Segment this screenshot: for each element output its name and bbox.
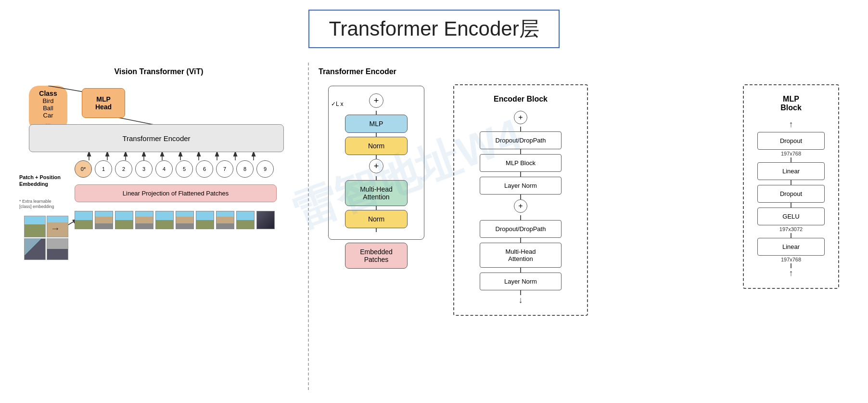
mlp-vline5 — [791, 263, 791, 268]
vline4 — [520, 195, 521, 199]
block-layernorm-top: Layer Norm — [480, 177, 562, 195]
title-container: Transformer Encoder层 — [0, 0, 868, 63]
block-mlp-label: MLP Block — [506, 159, 536, 167]
img-cell-4 — [47, 238, 68, 260]
block-dropout-top-label: Dropout/DropPath — [496, 137, 546, 144]
token-2: 2 — [115, 160, 132, 178]
patch-1 — [95, 211, 113, 229]
vline6 — [520, 238, 521, 243]
mlp-dim-197x3072: 197x3072 — [751, 226, 831, 232]
vline3 — [520, 172, 521, 177]
token-5: 5 — [176, 160, 193, 178]
enc-attn-label: Multi-HeadAttention — [360, 185, 393, 201]
patch-8 — [236, 211, 255, 229]
class-item-bird: Bird — [35, 97, 62, 104]
encoder-section-title: Transformer Encoder — [319, 67, 434, 76]
img-cell-1 — [24, 216, 46, 237]
enc-mlp-box: MLP — [345, 115, 408, 133]
token-1: 1 — [95, 160, 112, 178]
token-6: 6 — [196, 160, 213, 178]
bottom-arrow: ↓ — [461, 295, 580, 305]
patch-pos-label: Patch + PositionEmbedding — [19, 174, 72, 188]
image-grid — [24, 216, 68, 260]
conn4 — [376, 176, 377, 180]
conn2 — [376, 133, 377, 137]
enc-norm1-box: Norm — [345, 137, 408, 155]
enc-embedded-box: EmbeddedPatches — [345, 243, 408, 269]
block-plus-mid: + — [514, 199, 527, 213]
block-mha-label: Multi-HeadAttention — [506, 248, 536, 262]
vit-transformer-encoder-label: Transformer Encoder — [122, 134, 190, 143]
patch-2 — [115, 211, 133, 229]
enc-norm2-label: Norm — [368, 215, 384, 223]
block-dropout-bot: Dropout/DropPath — [480, 220, 562, 238]
mlp-linear-top-label: Linear — [782, 168, 800, 175]
mlp-block-section: MLPBlock ↑ Dropout 197x768 Linear Dropou… — [598, 63, 858, 294]
linear-proj-label: Linear Projection of Flattened Patches — [123, 190, 229, 197]
enc-norm2-box: Norm — [345, 210, 408, 228]
patches-row — [75, 211, 275, 229]
conn3 — [376, 155, 377, 159]
conn6 — [376, 228, 377, 232]
enc-plus-mid: + — [369, 159, 383, 173]
vline8 — [520, 290, 521, 295]
mlp-dropout-top: Dropout — [757, 132, 825, 150]
patch-7 — [216, 211, 234, 229]
vit-section: Vision Transformer (ViT) Class Bird Ball… — [10, 63, 308, 370]
enc-norm1-label: Norm — [368, 142, 384, 150]
vit-section-title: Vision Transformer (ViT) — [19, 67, 298, 76]
enc-plus-top: + — [369, 93, 383, 108]
token-9: 9 — [256, 160, 274, 178]
mlp-top-arrow: ↑ — [751, 119, 831, 130]
token-8: 8 — [236, 160, 254, 178]
lx-label: ✓L x — [331, 101, 344, 107]
linear-proj-box: Linear Projection of Flattened Patches — [75, 184, 277, 202]
vline1 — [520, 127, 521, 131]
vit-diagram: Class Bird Ball Car ... — [19, 86, 298, 365]
img-cell-3 — [24, 238, 46, 260]
mlp-vline1 — [791, 157, 791, 162]
class-box: Class Bird Ball Car ... — [29, 86, 67, 130]
block-mha: Multi-HeadAttention — [480, 243, 562, 268]
extra-label: * Extra learnable[class] embedding — [19, 199, 70, 209]
class-label: Class — [35, 90, 62, 97]
vit-transformer-encoder-box: Transformer Encoder — [29, 124, 284, 152]
tokens-row: 0* 1 2 3 4 5 6 7 8 9 — [75, 160, 274, 178]
patch-3 — [135, 211, 153, 229]
class-item-car: Car — [35, 112, 62, 119]
patch-4 — [155, 211, 174, 229]
vline7 — [520, 268, 521, 273]
conn5 — [376, 206, 377, 210]
mlp-block-title: MLPBlock — [751, 95, 831, 112]
block-layernorm-bot-label: Layer Norm — [504, 278, 537, 285]
enc-mlp-label: MLP — [370, 120, 383, 128]
token-7: 7 — [216, 160, 233, 178]
mlp-head-box: MLPHead — [82, 88, 125, 118]
conn1 — [376, 111, 377, 115]
arrow-right-icon: → — [51, 223, 60, 234]
patch-6 — [196, 211, 214, 229]
block-layernorm-bot: Layer Norm — [480, 273, 562, 290]
block-layernorm-top-label: Layer Norm — [504, 182, 537, 189]
mlp-head-label: MLPHead — [90, 95, 117, 111]
mlp-linear-top: Linear — [757, 162, 825, 180]
mlp-dim-197x768-bot: 197x768 — [751, 257, 831, 262]
mlp-dropout-top-label: Dropout — [780, 137, 802, 144]
token-4: 4 — [155, 160, 173, 178]
mlp-vline3 — [791, 203, 791, 208]
mlp-dropout-mid: Dropout — [757, 185, 825, 203]
mlp-vline4 — [791, 233, 791, 238]
mlp-dropout-mid-label: Dropout — [780, 190, 802, 197]
mlp-dim-197x768-top: 197x768 — [751, 151, 831, 156]
token-3: 3 — [135, 160, 153, 178]
page-title: Transformer Encoder层 — [308, 10, 559, 48]
mlp-linear-bot-label: Linear — [782, 243, 800, 250]
main-content: Vision Transformer (ViT) Class Bird Ball… — [0, 63, 868, 390]
token-0: 0* — [75, 160, 92, 178]
encoder-block-outer: Encoder Block + Dropout/DropPath MLP Blo… — [453, 84, 588, 316]
block-dropout-top: Dropout/DropPath — [480, 131, 562, 149]
encoder-block-section: Encoder Block + Dropout/DropPath MLP Blo… — [444, 63, 598, 321]
encoder-block-title: Encoder Block — [461, 95, 580, 104]
patch-0 — [75, 211, 93, 229]
mlp-block-outer: MLPBlock ↑ Dropout 197x768 Linear Dropou… — [743, 84, 839, 289]
